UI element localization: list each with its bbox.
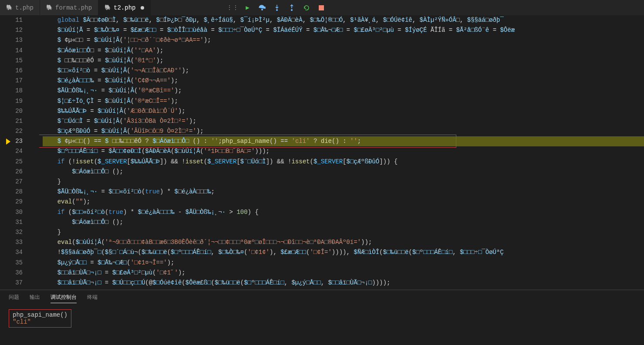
tab-t-php[interactable]: 🐘 t.php <box>0 0 40 15</box>
line-number: 28 <box>0 187 23 197</box>
step-over-icon[interactable] <box>259 4 266 11</box>
code-line: $ ¢µ«□□() == $ □□‰□□□êÓ ? $□Áöæì□□Ô□ () … <box>43 136 644 146</box>
drag-handle-icon[interactable]: ⋮⋮ <box>229 4 236 11</box>
continue-icon[interactable]: ▶ <box>244 4 251 11</box>
line-number: 21 <box>0 116 23 126</box>
line-number: 16 <box>0 66 23 76</box>
code-line: !$§§äá□øðþ¯□($§□´□Á□ù¬($□‰ü□□ë($□º□□□ÁÊ□… <box>43 247 644 257</box>
step-out-icon[interactable] <box>288 4 295 11</box>
debug-console-content[interactable]: php_sapi_name() "cli" <box>0 307 644 330</box>
debug-input-line: php_sapi_name() <box>13 311 67 318</box>
code-line: if ($□□«õí²□ò(true) * $□é¿àÀ□□□‰ - $ÃÜ□Ò… <box>43 207 644 217</box>
svg-rect-3 <box>319 5 324 10</box>
line-number: 33 <box>0 237 23 247</box>
code-line: $ ¢µ«□□ = $□ùÚí¦Â('¦□□¬□ð´¨□¢ðè¬øª□AA=='… <box>43 35 644 45</box>
code-line: $µ¿ý□Å□□ = $□Å‰¬□Æ□('□¢1¤¬Î=='); <box>43 258 644 268</box>
line-number: 14 <box>0 46 23 56</box>
line-number: 20 <box>0 106 23 116</box>
code-line: $□çÆºßÐûÓ = $□ùÚí¦Â('ÂÜîÞ□ô□9 Ò¤2Ì□²='); <box>43 126 644 136</box>
line-number: 32 <box>0 227 23 237</box>
restart-icon[interactable] <box>303 4 310 11</box>
tab-label: t.php <box>15 4 34 11</box>
svg-point-2 <box>291 9 293 11</box>
code-line: $ÃÜ□Òß‰¡¸¬· = $□□«õí²□ò(true) * $□é¿àÀ□□… <box>43 187 644 197</box>
code-line: $¨□Üó□Ì = $□ùÚí¦Â('Â3í3□ÒBä Ò¤2Ì□²='); <box>43 116 644 126</box>
fold-column <box>30 15 39 290</box>
tab-label: t2.php <box>114 4 135 11</box>
code-line: $□Áöæì□□Ô□ (); <box>43 167 644 177</box>
code-line: $‰‰ÚÃÃ□Þ = $□ùÚí¦Â('Æ□0ð□Dàì□Ô˙Ú'); <box>43 106 644 116</box>
code-line: if (!isset($_SERVER[$‰‰ÚÃÃ□Þ]) && !isset… <box>43 157 644 167</box>
line-number: 37 <box>0 278 23 288</box>
code-line: eval(""); <box>43 197 644 207</box>
code-line: $□□«õí²□ò = $□ùÚí¦Â('¬¬A□□Îà□CAÐ°'); <box>43 66 644 76</box>
line-number: 29 <box>0 197 23 207</box>
debug-output-line: "cli" <box>13 318 67 325</box>
line-number: 27 <box>0 177 23 187</box>
line-number: 22 <box>0 126 23 136</box>
line-number: 11 <box>0 15 23 25</box>
php-icon: 🐘 <box>46 4 53 11</box>
line-number: 13 <box>0 35 23 45</box>
code-line: $ □□‰□□□êÓ = $□ùÚí¦Â('®1ª□'); <box>43 56 644 66</box>
line-number: 30 <box>0 207 23 217</box>
code-line: $□º□□□ÁÊ□í□ = $Ä□□¢øÐ□Ì($ÄÐÄ□èÀ($□ùÚí¦Â(… <box>43 146 644 156</box>
code-line: $ÃÜ□Òß‰¡¸¬· = $□ùÚí¦Â('®ªæCBî=='); <box>43 86 644 96</box>
code-line: } <box>43 177 644 187</box>
svg-point-1 <box>276 9 278 11</box>
editor-tabs: 🐘 t.php 🐘 format.php 🐘 t2.php ⋮⋮ ▶ <box>0 0 644 15</box>
code-line: $□□âï□ÙÃ□¬¡□ = $□£øÄ³□²□µù('□¢1˝'); <box>43 268 644 278</box>
debug-eval-block: php_sapi_name() "cli" <box>9 309 71 328</box>
line-number: 25 <box>0 157 23 167</box>
line-number: 36 <box>0 268 23 278</box>
line-number: 31 <box>0 217 23 227</box>
line-number: 18 <box>0 86 23 96</box>
code-line: $□é¿àÀ□□□‰ = $□ùÚí¦Â('C¢Ø¬¬A=='); <box>43 76 644 86</box>
line-number-gutter: 1112131415161718192021222324252627282930… <box>0 15 30 290</box>
tab-t2-php[interactable]: 🐘 t2.php <box>98 0 151 15</box>
editor-area: 1112131415161718192021222324252627282930… <box>0 15 644 290</box>
current-execution-arrow-icon <box>6 139 10 145</box>
line-number: 19 <box>0 96 23 106</box>
line-number: 12 <box>0 25 23 35</box>
stop-icon[interactable] <box>318 4 325 11</box>
code-line: $□Áöæì□□Ô□ = $□ùÚí¦Â('°□AA'); <box>43 46 644 56</box>
debug-toolbar: ⋮⋮ ▶ <box>229 4 325 11</box>
code-line: eval($□ùÚí¦Â('ª¬9□□ð□□□¢àB□□æ6□3B0ÈÔèê□ð… <box>43 237 644 247</box>
code-line: $□□âï□ÙÃ□¬¡□ = $□Ú□□ç□□Ú(@$□Óúë¢îê($Ôëæ£… <box>43 278 644 288</box>
panel-tabs: 问题 输出 调试控制台 终端 <box>0 290 644 307</box>
panel-tab-terminal[interactable]: 终端 <box>87 294 98 303</box>
panel-tab-problems[interactable]: 问题 <box>9 294 19 303</box>
dirty-indicator-icon <box>141 6 144 10</box>
line-number: 34 <box>0 247 23 257</box>
bottom-panel: 问题 输出 调试控制台 终端 php_sapi_name() "cli" <box>0 290 644 345</box>
code-line: $□Áöæì□□Ô□ (); <box>43 217 644 227</box>
line-number: 17 <box>0 76 23 86</box>
line-number: 15 <box>0 56 23 66</box>
line-number: 24 <box>0 146 23 156</box>
code-content[interactable]: global $Ä□□¢øÐ□Ì, $□‰ü□□ë, $□ÍÞ¿Þ□¯ðÐµ, … <box>39 15 644 290</box>
line-number: 35 <box>0 258 23 268</box>
line-number: 26 <box>0 167 23 177</box>
line-number: 23 <box>0 136 23 146</box>
code-line: } <box>43 227 644 237</box>
php-icon: 🐘 <box>105 4 111 11</box>
code-line: $□ùÚí¦Ã = $□‰Ò□‰¤ = $£æ□Æ□□ = $□òÎÎ□□ùéå… <box>43 25 644 35</box>
step-into-icon[interactable] <box>273 4 280 11</box>
tab-format-php[interactable]: 🐘 format.php <box>40 0 98 15</box>
panel-tab-output[interactable]: 输出 <box>30 294 40 303</box>
code-line: global $Ä□□¢øÐ□Ì, $□‰ü□□ë, $□ÍÞ¿Þ□¯ðÐµ, … <box>43 15 644 25</box>
svg-point-0 <box>261 9 263 10</box>
php-icon: 🐘 <box>6 4 13 11</box>
panel-tab-debug-console[interactable]: 调试控制台 <box>51 294 77 303</box>
code-line: $¦□£÷Ïö¸ÇÌ = $□ùÚí¦Â('®ªæC□Î=='); <box>43 96 644 106</box>
tab-label: format.php <box>55 4 92 11</box>
